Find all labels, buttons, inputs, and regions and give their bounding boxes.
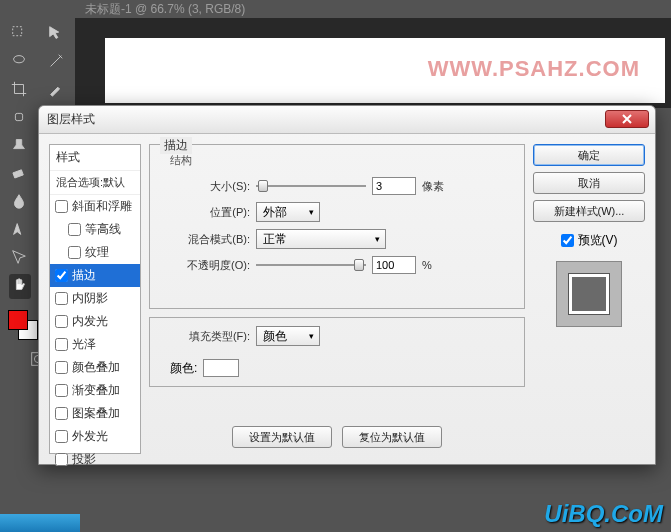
- styles-list: 样式 混合选项:默认 斜面和浮雕 等高线 纹理 描边 内阴影 内发光 光泽 颜色…: [49, 144, 141, 454]
- svg-point-1: [13, 55, 24, 62]
- dialog-right-panel: 确定 取消 新建样式(W)... 预览(V): [533, 144, 645, 454]
- checkbox[interactable]: [55, 407, 68, 420]
- checkbox[interactable]: [55, 453, 68, 466]
- hand-tool-icon[interactable]: [9, 274, 31, 299]
- move-tool-icon[interactable]: [10, 24, 28, 45]
- size-slider[interactable]: [256, 179, 366, 193]
- panel-title: 描边: [160, 137, 192, 154]
- preview-checkbox[interactable]: [561, 234, 574, 247]
- arrow-tool-icon[interactable]: [47, 24, 65, 45]
- canvas[interactable]: WWW.PSAHZ.COM: [105, 38, 665, 103]
- checkbox[interactable]: [55, 269, 68, 282]
- style-label: 光泽: [72, 336, 96, 353]
- new-style-button[interactable]: 新建样式(W)...: [533, 200, 645, 222]
- style-item-contour[interactable]: 等高线: [50, 218, 140, 241]
- lasso-tool-icon[interactable]: [10, 52, 28, 73]
- style-item-stroke[interactable]: 描边: [50, 264, 140, 287]
- style-item-drop-shadow[interactable]: 投影: [50, 448, 140, 471]
- opacity-slider[interactable]: [256, 258, 366, 272]
- blend-mode-label: 混合模式(B):: [160, 232, 250, 247]
- stroke-settings-panel: 描边 结构 大小(S): 像素 位置(P): 外部 混合模式(B):: [149, 144, 525, 454]
- dialog-title: 图层样式: [47, 111, 95, 128]
- blend-options-item[interactable]: 混合选项:默认: [50, 171, 140, 195]
- style-item-color-overlay[interactable]: 颜色叠加: [50, 356, 140, 379]
- style-item-bevel[interactable]: 斜面和浮雕: [50, 195, 140, 218]
- color-swatches[interactable]: [8, 310, 38, 340]
- checkbox[interactable]: [55, 430, 68, 443]
- style-label: 纹理: [85, 244, 109, 261]
- document-tab[interactable]: 未标题-1 @ 66.7% (3, RGB/8): [75, 0, 671, 18]
- eyedropper-tool-icon[interactable]: [47, 80, 65, 101]
- preview-checkbox-row[interactable]: 预览(V): [533, 232, 645, 249]
- style-label: 外发光: [72, 428, 108, 445]
- checkbox[interactable]: [55, 315, 68, 328]
- style-item-gradient-overlay[interactable]: 渐变叠加: [50, 379, 140, 402]
- style-item-inner-shadow[interactable]: 内阴影: [50, 287, 140, 310]
- preview-thumbnail: [556, 261, 622, 327]
- svg-rect-2: [15, 113, 22, 120]
- size-input[interactable]: [372, 177, 416, 195]
- wand-tool-icon[interactable]: [47, 52, 65, 73]
- style-label: 内发光: [72, 313, 108, 330]
- preview-inner: [569, 274, 609, 314]
- checkbox[interactable]: [55, 292, 68, 305]
- position-select[interactable]: 外部: [256, 202, 320, 222]
- structure-label: 结构: [170, 153, 192, 168]
- eraser-tool-icon[interactable]: [10, 164, 28, 185]
- reset-default-button[interactable]: 复位为默认值: [342, 426, 442, 448]
- checkbox[interactable]: [68, 223, 81, 236]
- svg-rect-0: [12, 26, 21, 35]
- path-tool-icon[interactable]: [10, 248, 28, 269]
- svg-rect-3: [13, 169, 23, 177]
- cancel-button[interactable]: 取消: [533, 172, 645, 194]
- style-item-satin[interactable]: 光泽: [50, 333, 140, 356]
- style-item-inner-glow[interactable]: 内发光: [50, 310, 140, 333]
- checkbox[interactable]: [55, 361, 68, 374]
- blend-mode-select[interactable]: 正常: [256, 229, 386, 249]
- style-label: 图案叠加: [72, 405, 120, 422]
- style-item-texture[interactable]: 纹理: [50, 241, 140, 264]
- canvas-area: WWW.PSAHZ.COM: [75, 18, 671, 108]
- checkbox[interactable]: [68, 246, 81, 259]
- styles-header[interactable]: 样式: [50, 145, 140, 171]
- opacity-input[interactable]: [372, 256, 416, 274]
- make-default-button[interactable]: 设置为默认值: [232, 426, 332, 448]
- style-label: 投影: [72, 451, 96, 468]
- size-label: 大小(S):: [160, 179, 250, 194]
- checkbox[interactable]: [55, 200, 68, 213]
- heal-tool-icon[interactable]: [10, 108, 28, 129]
- close-button[interactable]: [605, 110, 649, 128]
- style-label: 等高线: [85, 221, 121, 238]
- watermark-text: WWW.PSAHZ.COM: [428, 56, 640, 82]
- style-label: 颜色叠加: [72, 359, 120, 376]
- layer-style-dialog: 图层样式 样式 混合选项:默认 斜面和浮雕 等高线 纹理 描边 内阴影 内发光 …: [38, 105, 656, 465]
- opacity-unit: %: [422, 259, 432, 271]
- taskbar: [0, 514, 80, 532]
- color-well[interactable]: [203, 359, 239, 377]
- preview-label: 预览(V): [578, 232, 618, 249]
- stamp-tool-icon[interactable]: [10, 136, 28, 157]
- crop-tool-icon[interactable]: [10, 80, 28, 101]
- style-label: 内阴影: [72, 290, 108, 307]
- dialog-titlebar[interactable]: 图层样式: [39, 106, 655, 134]
- color-label: 颜色:: [170, 360, 197, 377]
- position-label: 位置(P):: [160, 205, 250, 220]
- style-label: 渐变叠加: [72, 382, 120, 399]
- fill-type-label: 填充类型(F):: [160, 329, 250, 344]
- foreground-color-swatch[interactable]: [8, 310, 28, 330]
- size-unit: 像素: [422, 179, 444, 194]
- style-item-outer-glow[interactable]: 外发光: [50, 425, 140, 448]
- blur-tool-icon[interactable]: [10, 192, 28, 213]
- ok-button[interactable]: 确定: [533, 144, 645, 166]
- site-watermark: UiBQ.CoM: [544, 500, 663, 528]
- checkbox[interactable]: [55, 338, 68, 351]
- fill-type-select[interactable]: 颜色: [256, 326, 320, 346]
- style-item-pattern-overlay[interactable]: 图案叠加: [50, 402, 140, 425]
- pen-tool-icon[interactable]: [10, 220, 28, 241]
- opacity-label: 不透明度(O):: [160, 258, 250, 273]
- checkbox[interactable]: [55, 384, 68, 397]
- style-label: 斜面和浮雕: [72, 198, 132, 215]
- style-label: 描边: [72, 267, 96, 284]
